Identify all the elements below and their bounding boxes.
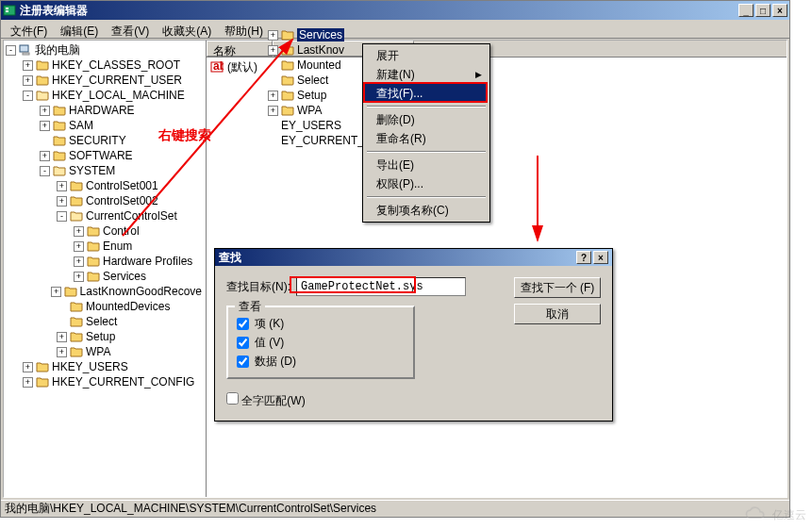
find-opt-key[interactable]: 项 (K)	[237, 314, 405, 333]
tree-node-currentcontrolset[interactable]: -CurrentControlSet	[4, 208, 206, 223]
find-dialog: 查找 ? × 查找目标(N): 查看 项 (K) 值 (V) 数据 (D) 全字…	[214, 248, 613, 422]
find-title: 查找	[219, 250, 576, 266]
window-title: 注册表编辑器	[20, 3, 738, 19]
svg-rect-1	[6, 8, 8, 9]
tree-node-controlset001[interactable]: +ControlSet001	[4, 178, 206, 193]
string-value-icon: ab	[210, 60, 224, 74]
titlebar: 注册表编辑器 _ □ ×	[1, 1, 789, 20]
tree-node-enum[interactable]: +Enum	[4, 239, 206, 254]
ctx-f[interactable]: 查找(F)...	[365, 84, 488, 103]
right-tree-6[interactable]: EY_USERS	[268, 118, 368, 133]
svg-text:ab: ab	[213, 60, 224, 73]
menu-file[interactable]: 文件(F)	[5, 22, 53, 36]
find-help-button[interactable]: ?	[576, 251, 591, 264]
menu-edit[interactable]: 编辑(E)	[55, 22, 104, 36]
find-cancel-button[interactable]: 取消	[514, 304, 601, 324]
tree-node-hkey-current-config[interactable]: +HKEY_CURRENT_CONFIG	[4, 374, 206, 389]
find-lookat-group: 查看 项 (K) 值 (V) 数据 (D)	[226, 306, 415, 379]
annotation-text: 右键搜索	[158, 127, 211, 144]
app-icon	[3, 4, 16, 17]
ctx-sep	[367, 196, 486, 198]
maximize-button[interactable]: □	[755, 4, 771, 17]
tree-node-hkey-current-user[interactable]: +HKEY_CURRENT_USER	[4, 73, 206, 88]
find-opt-data[interactable]: 数据 (D)	[237, 352, 405, 371]
ctx-c[interactable]: 复制项名称(C)	[365, 201, 488, 220]
menubar: 文件(F) 编辑(E) 查看(V) 收藏夹(A) 帮助(H)	[1, 20, 789, 39]
svg-rect-0	[4, 6, 15, 15]
right-tree-1[interactable]: +LastKnov	[268, 42, 368, 58]
find-chk-key[interactable]	[237, 318, 249, 330]
svg-rect-3	[20, 45, 28, 52]
minimize-button[interactable]: _	[738, 4, 754, 17]
find-group-legend: 查看	[235, 299, 265, 315]
tree-node-lastknowngoodrecove[interactable]: +LastKnownGoodRecove	[4, 284, 206, 299]
tree-node-control[interactable]: +Control	[4, 223, 206, 239]
tree-node-controlset002[interactable]: +ControlSet002	[4, 193, 206, 208]
svg-rect-2	[6, 10, 8, 12]
right-tree-3[interactable]: Select	[268, 73, 368, 88]
find-titlebar: 查找 ? ×	[215, 249, 612, 266]
cloud-icon	[744, 506, 769, 523]
context-menu: 展开新建(N)查找(F)...删除(D)重命名(R)导出(E)权限(P)...复…	[362, 43, 490, 223]
find-close-button[interactable]: ×	[593, 251, 608, 264]
ctx-[interactable]: 展开	[365, 46, 488, 65]
ctx-p[interactable]: 权限(P)...	[365, 174, 488, 193]
tree-node-wpa[interactable]: +WPA	[4, 344, 206, 359]
right-tree-5[interactable]: +WPA	[268, 103, 368, 118]
find-target-input[interactable]	[296, 277, 466, 296]
ctx-d[interactable]: 删除(D)	[365, 110, 488, 129]
tree-node-select[interactable]: Select	[4, 314, 206, 329]
tree-node-services[interactable]: +Services	[4, 269, 206, 284]
find-chk-data[interactable]	[237, 355, 249, 368]
find-opt-value[interactable]: 值 (V)	[237, 333, 405, 352]
tree-pane[interactable]: -我的电脑+HKEY_CLASSES_ROOT+HKEY_CURRENT_USE…	[4, 41, 207, 497]
list-row-label: (默认)	[227, 59, 257, 75]
right-tree-4[interactable]: +Setup	[268, 88, 368, 103]
tree-node-software[interactable]: +SOFTWARE	[4, 148, 206, 163]
watermark-text: 亿速云	[772, 507, 806, 523]
tree-root[interactable]: -我的电脑	[4, 42, 206, 58]
right-tree-7[interactable]: EY_CURRENT_	[268, 133, 368, 148]
find-chk-match[interactable]	[226, 392, 239, 405]
find-next-button[interactable]: 查找下一个 (F)	[514, 277, 601, 298]
statusbar: 我的电脑\HKEY_LOCAL_MACHINE\SYSTEM\CurrentCo…	[1, 500, 789, 517]
right-tree-2[interactable]: Mounted	[268, 58, 368, 73]
menu-help[interactable]: 帮助(H)	[219, 22, 269, 36]
ctx-sep	[367, 151, 486, 153]
tree-node-setup[interactable]: +Setup	[4, 329, 206, 344]
find-target-label: 查找目标(N):	[226, 279, 290, 295]
tree-node-mounteddevices[interactable]: MountedDevices	[4, 299, 206, 314]
tree-node-hkey-local-machine[interactable]: -HKEY_LOCAL_MACHINE	[4, 88, 206, 103]
menu-favorites[interactable]: 收藏夹(A)	[157, 22, 217, 36]
tree-node-hardware-profiles[interactable]: +Hardware Profiles	[4, 254, 206, 269]
ctx-r[interactable]: 重命名(R)	[365, 129, 488, 148]
watermark: 亿速云	[744, 506, 806, 523]
tree-node-system[interactable]: -SYSTEM	[4, 163, 206, 178]
find-opt-match[interactable]: 全字匹配(W)	[226, 392, 306, 409]
col-name[interactable]: 名称	[207, 41, 273, 57]
svg-rect-4	[23, 53, 29, 55]
close-button[interactable]: ×	[772, 4, 787, 17]
menu-view[interactable]: 查看(V)	[106, 22, 155, 36]
tree-node-hkey-classes-root[interactable]: +HKEY_CLASSES_ROOT	[4, 58, 206, 73]
tree-node-hardware[interactable]: +HARDWARE	[4, 103, 206, 118]
ctx-n[interactable]: 新建(N)	[365, 65, 488, 84]
find-chk-value[interactable]	[237, 337, 249, 349]
ctx-e[interactable]: 导出(E)	[365, 156, 488, 174]
statusbar-text: 我的电脑\HKEY_LOCAL_MACHINE\SYSTEM\CurrentCo…	[5, 501, 376, 517]
right-tree-0[interactable]: +Services	[268, 27, 368, 42]
ctx-sep	[367, 106, 486, 107]
tree-node-hkey-users[interactable]: +HKEY_USERS	[4, 359, 206, 374]
